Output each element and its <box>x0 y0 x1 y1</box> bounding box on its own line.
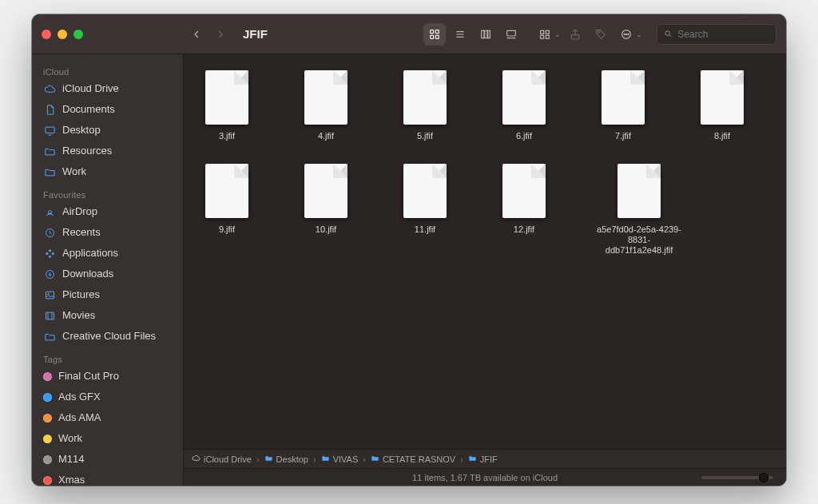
file-icon <box>617 164 661 218</box>
minimize-window-button[interactable] <box>58 30 67 39</box>
close-window-button[interactable] <box>42 30 51 39</box>
file-item[interactable]: 12.jfif <box>492 164 556 256</box>
svg-rect-8 <box>485 30 487 38</box>
file-label: 11.jfif <box>415 224 435 235</box>
image-icon <box>43 288 56 301</box>
svg-rect-12 <box>541 30 544 34</box>
sidebar-item-icloud-drive[interactable]: iCloud Drive <box>32 78 183 99</box>
search-input[interactable] <box>677 29 769 40</box>
sidebar-item-m114[interactable]: M114 <box>32 449 183 470</box>
sidebar-item-ads-ama[interactable]: Ads AMA <box>32 407 183 428</box>
file-icon <box>304 70 347 125</box>
file-icon <box>205 70 248 125</box>
more-options-button[interactable] <box>615 23 637 46</box>
download-icon <box>43 268 56 280</box>
icon-view-button[interactable] <box>423 23 446 46</box>
folder-icon <box>43 330 56 343</box>
sidebar-item-label: M114 <box>58 451 85 467</box>
sidebar-item-ads-gfx[interactable]: Ads GFX <box>32 387 183 407</box>
path-segment[interactable]: iCloud Drive <box>192 454 252 464</box>
chevron-right-icon: › <box>256 454 260 464</box>
sidebar[interactable]: iCloudiCloud DriveDocumentsDesktopResour… <box>32 54 184 486</box>
back-button[interactable] <box>185 23 208 46</box>
svg-rect-9 <box>488 30 490 38</box>
file-item[interactable]: 8.jfif <box>690 70 754 141</box>
sidebar-item-work[interactable]: Work <box>32 161 183 182</box>
chevron-right-icon: › <box>460 454 463 464</box>
view-switcher <box>423 23 522 46</box>
sidebar-item-applications[interactable]: Applications <box>32 243 183 264</box>
file-item[interactable]: 9.jfif <box>195 164 259 256</box>
svg-rect-3 <box>435 35 439 38</box>
sidebar-item-airdrop[interactable]: AirDrop <box>32 201 183 222</box>
sidebar-item-documents[interactable]: Documents <box>32 99 183 120</box>
file-icon <box>701 70 744 125</box>
list-view-button[interactable] <box>449 23 471 46</box>
sidebar-item-movies[interactable]: Movies <box>32 305 183 326</box>
sidebar-item-xmas[interactable]: Xmas <box>32 470 183 486</box>
file-item[interactable]: 4.jfif <box>294 70 358 141</box>
sidebar-item-creative-cloud-files[interactable]: Creative Cloud Files <box>32 326 183 347</box>
file-label: a5e7fd0d-2e5a-4239-8831-ddb71f1a2e48.jfi… <box>595 224 683 256</box>
tag-dot-icon <box>43 393 52 402</box>
sidebar-item-downloads[interactable]: Downloads <box>32 264 183 284</box>
svg-rect-1 <box>435 30 439 33</box>
file-label: 10.jfif <box>316 224 336 235</box>
tag-dot-icon <box>43 455 52 464</box>
path-segment[interactable]: Desktop <box>264 454 308 464</box>
file-item[interactable]: a5e7fd0d-2e5a-4239-8831-ddb71f1a2e48.jfi… <box>591 164 687 256</box>
svg-point-19 <box>624 34 625 34</box>
sidebar-item-work[interactable]: Work <box>32 428 183 449</box>
forward-button[interactable] <box>209 23 232 46</box>
sidebar-item-label: Ads GFX <box>58 389 101 405</box>
chevron-down-icon: ⌄ <box>554 30 561 38</box>
sidebar-item-label: Applications <box>62 245 118 261</box>
apps-icon <box>43 247 56 260</box>
sidebar-item-label: Ads AMA <box>58 410 101 426</box>
file-item[interactable]: 3.jfif <box>195 70 259 141</box>
sidebar-item-pictures[interactable]: Pictures <box>32 284 183 305</box>
toolbar-actions: ⌄ ⌄ <box>534 23 642 46</box>
folder-icon <box>371 454 379 464</box>
window-controls <box>42 30 83 39</box>
sidebar-item-resources[interactable]: Resources <box>32 141 183 161</box>
movie-icon <box>43 309 56 322</box>
folder-icon <box>43 145 56 157</box>
file-item[interactable]: 10.jfif <box>294 164 358 256</box>
path-segment[interactable]: JFIF <box>468 454 498 464</box>
fullscreen-window-button[interactable] <box>73 30 83 39</box>
tag-dot-icon <box>43 414 52 423</box>
share-button[interactable] <box>564 23 586 46</box>
sidebar-item-desktop[interactable]: Desktop <box>32 120 183 141</box>
file-item[interactable]: 11.jfif <box>393 164 457 256</box>
svg-point-17 <box>598 31 599 33</box>
path-bar[interactable]: iCloud Drive›Desktop›VIVAS›CETATE RASNOV… <box>184 449 786 468</box>
file-grid-area[interactable]: 3.jfif4.jfif5.jfif6.jfif7.jfif8.jfif9.jf… <box>184 54 786 449</box>
group-by-button[interactable] <box>534 23 556 46</box>
svg-rect-10 <box>507 30 516 36</box>
tags-button[interactable] <box>590 23 612 46</box>
path-segment[interactable]: VIVAS <box>321 454 359 464</box>
file-item[interactable]: 6.jfif <box>492 70 556 141</box>
path-segment[interactable]: CETATE RASNOV <box>371 454 455 464</box>
zoom-knob[interactable] <box>759 473 768 482</box>
desktop-icon <box>43 124 56 137</box>
sidebar-item-final-cut-pro[interactable]: Final Cut Pro <box>32 366 183 387</box>
sidebar-item-recents[interactable]: Recents <box>32 222 183 243</box>
file-label: 4.jfif <box>318 131 334 141</box>
svg-point-20 <box>625 34 626 34</box>
finder-window: JFIF ⌄ <box>32 14 786 486</box>
file-label: 5.jfif <box>417 131 433 141</box>
file-label: 8.jfif <box>714 131 730 141</box>
column-view-button[interactable] <box>475 23 497 46</box>
folder-icon <box>468 454 477 464</box>
file-item[interactable]: 5.jfif <box>393 70 457 141</box>
zoom-slider[interactable] <box>701 476 773 479</box>
gallery-view-button[interactable] <box>500 23 522 46</box>
search-field[interactable] <box>657 24 776 45</box>
file-label: 7.jfif <box>615 131 631 141</box>
svg-rect-7 <box>482 30 484 38</box>
file-item[interactable]: 7.jfif <box>591 70 655 141</box>
file-icon <box>304 164 347 218</box>
sidebar-item-label: Creative Cloud Files <box>62 328 156 344</box>
